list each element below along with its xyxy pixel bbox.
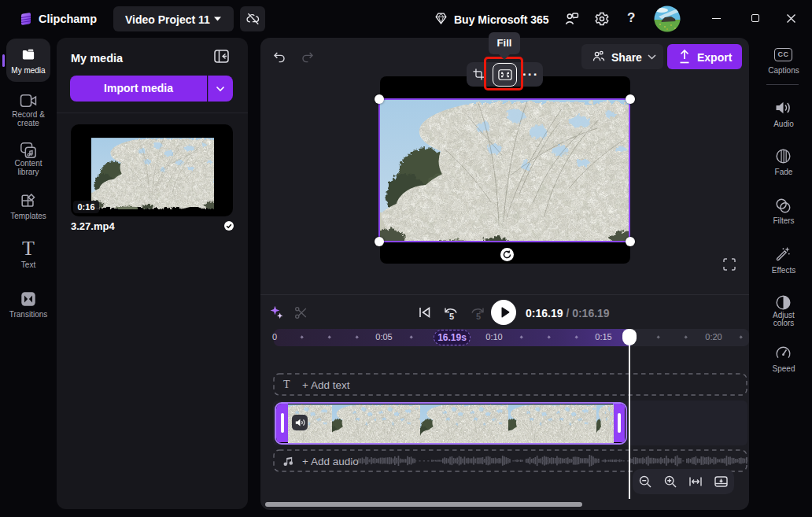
svg-text:5: 5 bbox=[449, 312, 454, 321]
svg-text:5: 5 bbox=[476, 312, 481, 321]
